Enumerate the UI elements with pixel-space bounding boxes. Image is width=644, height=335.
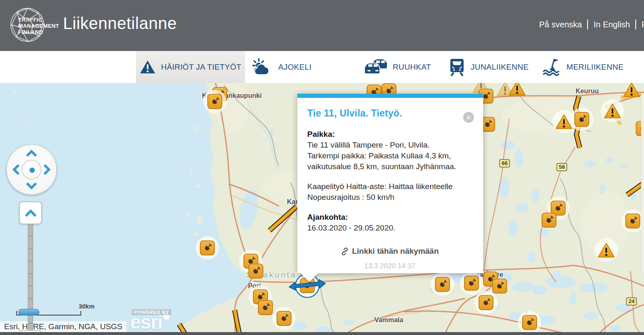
roadwork-icon xyxy=(625,214,640,228)
shovel-icon xyxy=(202,243,213,253)
close-icon[interactable]: ✕ xyxy=(463,112,474,123)
logo-line: FINLAND xyxy=(18,29,59,35)
shovel-icon xyxy=(524,317,535,328)
tab-junaliikenne[interactable]: JUNALIIKENNE xyxy=(449,51,529,83)
right-panel-edge xyxy=(641,94,644,272)
warning-triangle-icon xyxy=(140,60,156,74)
logo-line: MANAGEMENT xyxy=(18,23,59,29)
roadwork-icon xyxy=(522,315,537,330)
road-number-badge: 66 xyxy=(499,159,510,168)
pan-right-button[interactable] xyxy=(43,163,51,176)
link-icon xyxy=(341,248,349,255)
popup-timestamp: 13.3.2020 14:37 xyxy=(307,262,472,270)
bottom-edge-bar xyxy=(0,332,644,335)
page: TRAFFIC MANAGEMENT FINLAND Liikennetilan… xyxy=(0,0,644,335)
tab-label: RUUHKAT xyxy=(393,63,431,72)
zoom-in-button[interactable] xyxy=(19,201,42,224)
powered-by-label: POWERED BY xyxy=(132,309,171,315)
shovel-icon xyxy=(209,96,220,107)
roadwork-icon xyxy=(435,277,450,292)
pan-left-button[interactable] xyxy=(12,163,20,176)
section-heading: Paikka: xyxy=(307,130,335,138)
shovel-icon xyxy=(260,302,271,313)
lang-link-truncated[interactable]: P xyxy=(642,20,644,29)
roadwork-icon xyxy=(258,300,273,315)
section-line: Tie 11 välillä Tampere - Pori, Ulvila. xyxy=(307,141,430,149)
shovel-icon xyxy=(466,278,477,289)
pan-down-button[interactable] xyxy=(25,182,38,190)
language-switcher: På svenska In English P xyxy=(539,19,644,29)
pan-center-dot xyxy=(29,168,35,173)
roadwork-icon xyxy=(200,240,215,255)
road-number-badge: 58 xyxy=(557,163,567,171)
tab-label: MERILIIKENNE xyxy=(566,63,624,72)
logo-text: TRAFFIC MANAGEMENT FINLAND xyxy=(18,17,59,35)
popup-section-paikka: Paikka: Tie 11 välillä Tampere - Pori, U… xyxy=(307,129,472,172)
section-heading: Ajankohta: xyxy=(307,213,348,221)
pan-up-button[interactable] xyxy=(25,149,38,158)
buoy-icon xyxy=(542,58,561,76)
shovel-icon xyxy=(627,216,638,226)
warning-triangle-icon xyxy=(622,83,641,98)
map-attribution: Esri, HERE, Garmin, NGA, USGS xyxy=(0,321,126,332)
roadwork-icon xyxy=(574,112,589,127)
lang-link-english[interactable]: In English xyxy=(593,20,630,29)
link-label: Linkki tähän näkymään xyxy=(352,247,439,255)
page-title: Liikennetilanne xyxy=(63,14,177,33)
zoom-slider-thumb[interactable] xyxy=(18,309,39,316)
shovel-icon xyxy=(250,266,261,277)
road-number-badge: 24 xyxy=(626,297,637,306)
weather-icon xyxy=(251,58,273,76)
popup-title: Tie 11, Ulvila. Tietyö. xyxy=(307,108,472,119)
tab-ajokeli[interactable]: AJOKELI xyxy=(251,51,311,83)
shovel-icon xyxy=(544,215,554,226)
lang-link-svenska[interactable]: På svenska xyxy=(539,20,582,29)
tab-label: JUNALIIKENNE xyxy=(471,63,529,72)
roadwork-icon xyxy=(464,276,479,291)
pan-center-button[interactable] xyxy=(22,160,41,180)
divider xyxy=(587,19,588,29)
tab-meriliikenne[interactable]: MERILIIKENNE xyxy=(542,51,624,83)
scale-label: 30km xyxy=(62,303,95,310)
section-line: Kaapelityö Haitta-aste: Haittaa liikente… xyxy=(307,182,453,191)
shovel-icon xyxy=(553,203,564,214)
shovel-icon xyxy=(576,114,587,125)
divider xyxy=(635,19,636,29)
shovel-icon xyxy=(481,297,491,308)
warning-triangle-icon xyxy=(508,83,526,97)
roadwork-icon xyxy=(542,213,557,228)
warning-triangle-icon xyxy=(597,242,615,259)
tmf-logo: TRAFFIC MANAGEMENT FINLAND xyxy=(7,3,61,48)
popup-section-ajankohta: Ajankohta: 16.03.2020 - 29.05.2020. xyxy=(307,212,472,233)
logo-line: TRAFFIC xyxy=(18,17,59,23)
map-viewport[interactable]: KristiinankaupunkiKankaanpääSatakuntaPor… xyxy=(0,83,644,335)
tab-ruuhkat[interactable]: RUUHKAT xyxy=(364,51,431,83)
roadwork-icon xyxy=(492,279,507,294)
tab-label: AJOKELI xyxy=(278,63,311,72)
traffic-cars-icon xyxy=(364,59,387,75)
link-to-view[interactable]: Linkki tähän näkymään xyxy=(307,247,472,256)
train-icon xyxy=(449,58,465,76)
roadwork-icon xyxy=(277,311,292,326)
map-pan-control xyxy=(6,144,57,195)
incident-popup: Tie 11, Ulvila. Tietyö. ✕ Paikka: Tie 11… xyxy=(297,94,483,273)
tab-hairiot-ja-tietyot[interactable]: HÄIRIÖT JA TIETYÖT xyxy=(136,51,245,83)
tab-label: HÄIRIÖT JA TIETYÖT xyxy=(161,63,241,72)
main-nav: HÄIRIÖT JA TIETYÖT AJOKELI xyxy=(0,51,644,83)
warning-triangle-icon xyxy=(603,103,622,119)
app-header: TRAFFIC MANAGEMENT FINLAND Liikennetilan… xyxy=(0,0,644,51)
shovel-icon xyxy=(437,279,448,290)
section-line: 16.03.2020 - 29.05.2020. xyxy=(307,223,395,232)
roadwork-icon xyxy=(479,295,493,310)
section-line: Nopeusrajoitus : 50 km/h xyxy=(307,193,394,201)
section-line: Tarkempi paikka: Paikasta Kullaa 4,3 km, xyxy=(307,151,451,160)
shovel-icon xyxy=(482,119,493,130)
roadwork-icon xyxy=(248,264,263,279)
shovel-icon xyxy=(279,313,289,324)
roadwork-icon xyxy=(207,94,222,109)
section-line: vaikutusalue 8,5 km, suuntaan Jylhänmaa. xyxy=(307,162,456,171)
shovel-icon xyxy=(494,281,505,291)
popup-section-details: Kaapelityö Haitta-aste: Haittaa liikente… xyxy=(307,181,472,203)
